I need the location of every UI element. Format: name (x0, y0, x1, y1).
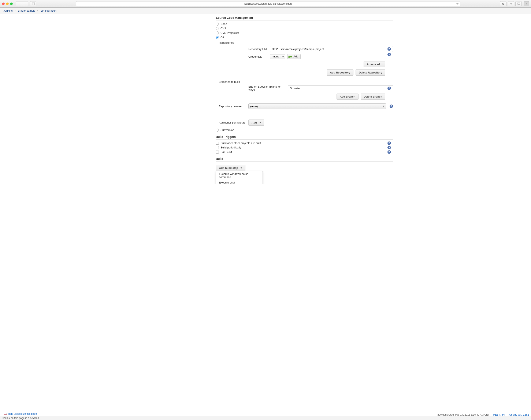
trigger-poll-scm[interactable]: Poll SCM ? (216, 150, 393, 154)
minimize-window-icon[interactable] (6, 2, 9, 5)
key-icon (290, 56, 292, 58)
repository-url-label: Repository URL (248, 47, 268, 51)
additional-add-button[interactable]: Add (248, 120, 264, 126)
add-branch-button[interactable]: Add Branch (337, 93, 358, 100)
reload-icon[interactable]: ⟳ (456, 2, 458, 5)
help-icon[interactable]: ? (387, 146, 391, 149)
url-text: localhost:8080/job/gradle-sample/configu… (244, 2, 292, 5)
breadcrumb: Jenkins ▸ gradle-sample ▸ configuration (0, 8, 531, 14)
checkbox-icon[interactable] (216, 150, 219, 153)
menu-item-exec-batch[interactable]: Execute Windows batch command (216, 171, 262, 180)
checkbox-icon[interactable] (216, 146, 219, 149)
branch-specifier-input[interactable] (288, 85, 393, 91)
sidebar-toggle-icon[interactable] (30, 1, 36, 6)
radio-icon[interactable] (216, 31, 219, 34)
additional-behaviours-label: Additional Behaviours (219, 120, 246, 125)
help-icon[interactable]: ? (387, 47, 391, 51)
scm-option-cvs-projectset[interactable]: CVS Projectset (216, 31, 393, 35)
chevron-down-icon (241, 167, 242, 168)
delete-branch-button[interactable]: Delete Branch (361, 93, 385, 100)
breadcrumb-job[interactable]: gradle-sample (18, 9, 35, 12)
radio-icon[interactable] (216, 36, 219, 39)
scm-option-cvs[interactable]: CVS (216, 26, 393, 31)
advanced-button[interactable]: Advanced... (364, 61, 385, 67)
scm-option-none[interactable]: None (216, 22, 393, 26)
scm-option-label: CVS Projectset (221, 31, 239, 34)
browser-chrome: ‹ › localhost:8080/job/gradle-sample/con… (0, 0, 531, 8)
svg-rect-5 (518, 2, 520, 4)
chevron-down-icon (259, 122, 261, 123)
breadcrumb-configuration[interactable]: configuration (41, 9, 56, 12)
radio-icon[interactable] (216, 23, 219, 26)
help-icon[interactable]: ? (390, 105, 393, 108)
branches-label: Branches to build (219, 79, 246, 84)
new-tab-button[interactable]: + (524, 1, 529, 6)
help-icon[interactable]: ? (387, 53, 391, 56)
trigger-after-projects[interactable]: Build after other projects are built ? (216, 141, 393, 145)
add-build-step-button[interactable]: Add build step (216, 165, 245, 171)
forward-button[interactable]: › (22, 1, 28, 6)
help-icon[interactable]: ? (387, 150, 391, 154)
help-icon[interactable]: ? (387, 141, 391, 145)
maximize-window-icon[interactable] (10, 2, 13, 5)
trigger-label: Build after other projects are built (221, 141, 261, 145)
scm-option-git[interactable]: Git (216, 35, 393, 40)
share-icon[interactable] (508, 1, 514, 6)
scm-option-label: None (221, 22, 227, 26)
repository-url-input[interactable] (270, 46, 393, 52)
radio-icon[interactable] (216, 129, 219, 132)
scm-section-title: Source Code Management (216, 16, 393, 20)
build-title: Build (216, 157, 393, 162)
branch-specifier-label: Branch Specifier (blank for 'any') (248, 85, 286, 91)
url-bar[interactable]: localhost:8080/job/gradle-sample/configu… (76, 1, 460, 6)
trigger-label: Build periodically (221, 146, 241, 149)
repo-browser-select[interactable]: (Auto) (248, 104, 386, 109)
scm-option-label: Git (221, 36, 224, 39)
radio-icon[interactable] (216, 27, 219, 30)
build-triggers-title: Build Triggers (216, 135, 393, 140)
help-icon[interactable]: ? (387, 87, 391, 90)
add-build-step-menu: Execute Windows batch command Execute sh… (216, 171, 263, 184)
svg-rect-4 (517, 3, 519, 5)
window-controls (2, 2, 13, 5)
credentials-select[interactable]: - none - (270, 54, 285, 59)
svg-rect-0 (32, 2, 35, 5)
checkbox-icon[interactable] (216, 142, 219, 145)
scm-option-label: CVS (221, 27, 226, 30)
repo-browser-label: Repository browser (219, 104, 246, 109)
trigger-periodically[interactable]: Build periodically ? (216, 145, 393, 150)
menu-item-exec-shell[interactable]: Execute shell (216, 180, 262, 184)
scm-option-label: Subversion (221, 128, 234, 132)
add-credentials-button[interactable]: Add (287, 54, 301, 59)
scm-option-subversion[interactable]: Subversion (216, 128, 393, 132)
repositories-label: Repositories (219, 40, 246, 45)
delete-repository-button[interactable]: Delete Repository (355, 70, 385, 75)
add-repository-button[interactable]: Add Repository (327, 70, 354, 75)
trigger-label: Poll SCM (221, 150, 232, 153)
download-icon[interactable] (500, 1, 506, 6)
tabs-icon[interactable] (515, 1, 522, 6)
chevron-right-icon: ▸ (37, 10, 38, 12)
breadcrumb-jenkins[interactable]: Jenkins (3, 9, 13, 12)
chevron-right-icon: ▸ (15, 10, 16, 12)
close-window-icon[interactable] (2, 2, 5, 5)
credentials-label: Credentials (248, 55, 268, 58)
back-button[interactable]: ‹ (16, 1, 22, 6)
